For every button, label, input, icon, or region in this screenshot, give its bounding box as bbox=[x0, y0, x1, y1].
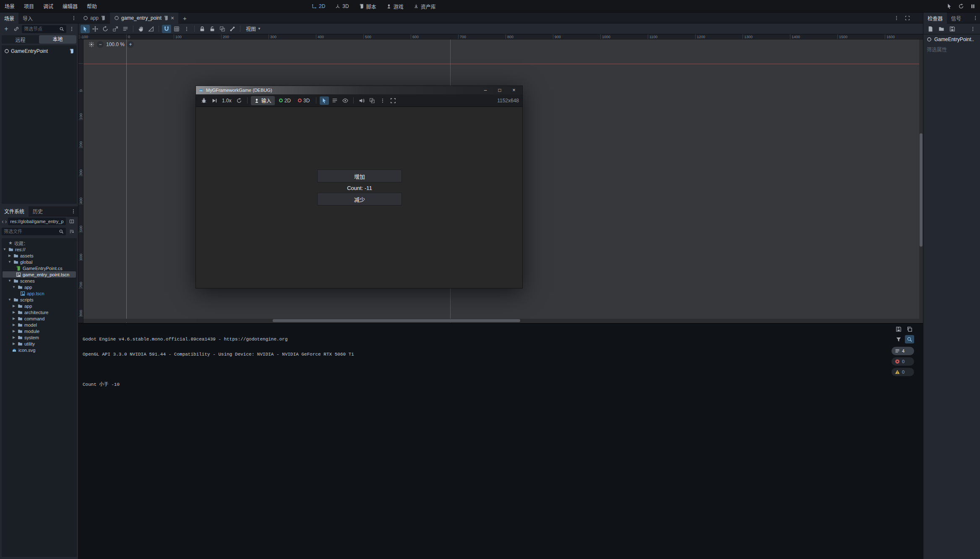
tab-import-dock[interactable]: 导入 bbox=[18, 13, 37, 23]
workspace-tab-game[interactable]: 游戏 bbox=[383, 2, 407, 11]
select-tool[interactable] bbox=[81, 25, 90, 33]
local-button[interactable]: 本地 bbox=[39, 35, 76, 44]
reset-speed-icon[interactable] bbox=[235, 96, 244, 105]
new-resource-icon[interactable] bbox=[926, 25, 935, 33]
expand-icon[interactable]: ▶ bbox=[12, 335, 16, 339]
nav-forward-icon[interactable]: › bbox=[5, 218, 7, 224]
skeleton-menu[interactable] bbox=[228, 25, 237, 33]
fs-row-module[interactable]: ▶module bbox=[3, 328, 76, 334]
fs-row-scripts-app[interactable]: ▶app bbox=[3, 303, 76, 309]
fs-favorites[interactable]: ★收藏： bbox=[3, 240, 76, 246]
collapse-icon[interactable]: ▼ bbox=[3, 247, 7, 251]
filter-log-icon[interactable] bbox=[894, 335, 903, 343]
collapse-icon[interactable]: ▼ bbox=[8, 279, 12, 283]
expand-icon[interactable]: ▶ bbox=[12, 310, 16, 314]
tab-scene-dock[interactable]: 场景 bbox=[0, 13, 18, 23]
warnings-filter-badge[interactable]: 0 bbox=[891, 368, 914, 376]
scene-tab-app[interactable]: app bbox=[79, 13, 110, 23]
sort-files-icon[interactable] bbox=[67, 227, 76, 236]
horizontal-scrollbar[interactable] bbox=[83, 319, 923, 322]
input-mode-toggle[interactable]: 输入 bbox=[251, 96, 275, 105]
menu-debug[interactable]: 调试 bbox=[39, 0, 58, 13]
save-log-icon[interactable] bbox=[894, 325, 903, 333]
fs-row-command[interactable]: ▶command bbox=[3, 315, 76, 322]
fs-row-gameentrypoint-cs[interactable]: GameEntryPoint.cs bbox=[3, 265, 76, 271]
menu-scene[interactable]: 场景 bbox=[0, 0, 19, 13]
filter-nodes-input[interactable] bbox=[24, 26, 57, 31]
expand-icon[interactable]: ▶ bbox=[12, 329, 16, 333]
fs-row-system[interactable]: ▶system bbox=[3, 334, 76, 341]
selection-list-icon[interactable] bbox=[330, 96, 339, 105]
snap-options-menu[interactable] bbox=[182, 25, 191, 33]
embed-fullscreen-icon[interactable] bbox=[388, 96, 398, 105]
split-view-icon[interactable] bbox=[67, 217, 76, 226]
tab-inspector[interactable]: 检查器 bbox=[923, 13, 947, 23]
group-button[interactable] bbox=[218, 25, 227, 33]
attached-script-icon[interactable] bbox=[69, 49, 74, 54]
instance-scene-icon[interactable] bbox=[12, 25, 21, 33]
fs-row-game-entry-point-tscn[interactable]: game_entry_point.tscn bbox=[3, 271, 76, 278]
tab-signals[interactable]: 信号 bbox=[947, 13, 965, 23]
fs-row-scripts[interactable]: ▼scripts bbox=[3, 296, 76, 303]
path-input[interactable] bbox=[10, 219, 64, 224]
add-node-button[interactable]: + bbox=[2, 25, 11, 33]
fs-row-model[interactable]: ▶model bbox=[3, 322, 76, 328]
lock-button[interactable] bbox=[198, 25, 207, 33]
tab-filesystem[interactable]: 文件系统 bbox=[0, 206, 29, 216]
debug-options-icon[interactable] bbox=[368, 96, 377, 105]
close-icon[interactable]: × bbox=[508, 86, 520, 94]
scene-tree-menu-icon[interactable] bbox=[67, 25, 76, 33]
menu-project[interactable]: 项目 bbox=[19, 0, 39, 13]
vertical-scrollbar[interactable] bbox=[919, 39, 923, 319]
center-view-icon[interactable] bbox=[89, 42, 94, 47]
increase-button[interactable]: 增加 bbox=[317, 170, 402, 182]
expand-icon[interactable]: ▶ bbox=[12, 323, 16, 327]
unlock-button[interactable] bbox=[208, 25, 217, 33]
fs-row-scenes-app[interactable]: ▼app bbox=[3, 284, 76, 290]
inspector-menu-icon[interactable] bbox=[968, 25, 977, 33]
fs-row-icon-svg[interactable]: icon.svg bbox=[3, 347, 76, 353]
load-resource-icon[interactable] bbox=[937, 25, 946, 33]
workspace-tab-assetlib[interactable]: 资产库 bbox=[410, 2, 439, 11]
menu-help[interactable]: 帮助 bbox=[82, 0, 102, 13]
close-tab-icon[interactable]: × bbox=[171, 15, 174, 21]
restart-game-button[interactable] bbox=[957, 2, 966, 10]
pick-node-tool[interactable] bbox=[320, 96, 329, 105]
vertical-scrollbar-thumb[interactable] bbox=[920, 133, 923, 247]
speed-scale-label[interactable]: 1.0x bbox=[220, 98, 233, 104]
next-frame-icon[interactable] bbox=[210, 96, 219, 105]
distraction-free-icon[interactable] bbox=[903, 14, 912, 22]
fs-row-app-tscn[interactable]: app.tscn bbox=[3, 290, 76, 296]
expand-icon[interactable]: ▶ bbox=[12, 342, 16, 346]
game-window-titlebar[interactable]: MyGFrameworkGame (DEBUG) – □ × bbox=[196, 86, 522, 94]
inspected-node-row[interactable]: GameEntryPoint.. bbox=[923, 34, 980, 44]
errors-filter-badge[interactable]: 0 bbox=[891, 357, 914, 366]
debug-menu-icon[interactable] bbox=[199, 96, 209, 105]
pause-game-button[interactable] bbox=[968, 2, 977, 10]
mode-3d-toggle[interactable]: 3D bbox=[295, 98, 313, 104]
visibility-icon[interactable] bbox=[341, 96, 350, 105]
zoom-in-button[interactable]: + bbox=[127, 41, 134, 48]
scene-tabs-menu-icon[interactable] bbox=[892, 14, 901, 22]
copy-log-icon[interactable] bbox=[905, 325, 914, 333]
horizontal-scrollbar-thumb[interactable] bbox=[273, 319, 520, 322]
rotate-tool[interactable] bbox=[101, 25, 110, 33]
ruler-tool[interactable] bbox=[146, 25, 156, 33]
scene-tree-root-node[interactable]: GameEntryPoint bbox=[2, 47, 77, 55]
decrease-button[interactable]: 减少 bbox=[317, 193, 402, 205]
fs-row-scenes[interactable]: ▼scenes bbox=[3, 278, 76, 284]
expand-icon[interactable]: ▶ bbox=[12, 304, 16, 308]
game-window[interactable]: MyGFrameworkGame (DEBUG) – □ × 1.0x 输入 2… bbox=[195, 86, 523, 289]
messages-filter-badge[interactable]: 4 bbox=[891, 347, 914, 355]
zoom-out-button[interactable]: − bbox=[97, 41, 104, 48]
viewport-canvas[interactable]: − 100.0 % + MyGFrameworkGame (DEBUG) – □… bbox=[83, 39, 923, 323]
search-log-icon[interactable] bbox=[905, 335, 914, 343]
scale-tool[interactable] bbox=[111, 25, 120, 33]
tab-history[interactable]: 历史 bbox=[29, 206, 47, 216]
save-resource-icon[interactable] bbox=[948, 25, 957, 33]
menu-editor[interactable]: 编辑器 bbox=[58, 0, 82, 13]
new-scene-tab-button[interactable]: + bbox=[180, 14, 189, 22]
move-tool[interactable] bbox=[91, 25, 100, 33]
nav-back-icon[interactable]: ‹ bbox=[2, 218, 4, 224]
more-options-icon[interactable] bbox=[378, 96, 387, 105]
